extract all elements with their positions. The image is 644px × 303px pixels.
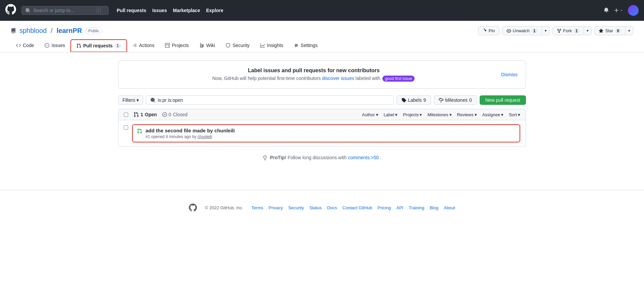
tab-settings-label: Settings — [301, 43, 318, 48]
open-label: Open — [145, 112, 157, 117]
pr-opened-text: opened 4 minutes ago — [151, 134, 191, 139]
milestones-icon — [439, 98, 443, 102]
pr-search-box[interactable] — [146, 95, 394, 105]
protip-prefix: ProTip! — [270, 155, 286, 160]
milestones-button[interactable]: Milestones 0 — [434, 95, 477, 105]
search-box[interactable]: / — [21, 6, 109, 15]
label-sort[interactable]: Label ▾ — [384, 112, 398, 117]
repo-visibility-badge: Public — [85, 28, 102, 34]
protip-link[interactable]: comments:>50 — [348, 155, 379, 160]
notifications-icon[interactable] — [604, 7, 609, 14]
tab-code[interactable]: Code — [11, 39, 39, 52]
pr-title-link[interactable]: add the second file made by chunleili — [146, 128, 235, 133]
repo-tabs: Code Issues Pull requests 1 Actions Proj… — [11, 39, 633, 52]
closed-count[interactable]: 0 Closed — [162, 112, 187, 117]
select-all-checkbox[interactable] — [124, 113, 128, 117]
top-nav: / Pull requests Issues Marketplace Explo… — [0, 0, 644, 21]
security-icon — [226, 43, 230, 48]
pr-search-input[interactable] — [158, 97, 389, 103]
filters-button[interactable]: Filters ▾ — [118, 95, 143, 105]
footer-pricing[interactable]: Pricing — [378, 205, 391, 210]
repo-separator: / — [51, 27, 53, 35]
tab-code-label: Code — [23, 43, 34, 48]
wiki-icon — [200, 43, 204, 48]
tab-wiki[interactable]: Wiki — [194, 39, 220, 52]
pr-author-link[interactable]: chunleili — [198, 134, 212, 139]
tab-pull-requests[interactable]: Pull requests 1 — [70, 39, 127, 52]
tab-actions-label: Actions — [139, 43, 155, 48]
filter-bar: Filters ▾ Labels 9 Milestones 0 New pull… — [118, 95, 526, 105]
user-avatar[interactable] — [628, 5, 639, 16]
main-content: Label issues and pull requests for new c… — [107, 52, 537, 176]
projects-label: Projects — [403, 112, 419, 117]
footer-security[interactable]: Security — [288, 205, 304, 210]
nav-explore[interactable]: Explore — [206, 8, 223, 13]
projects-sort[interactable]: Projects ▾ — [403, 112, 422, 117]
star-button: Star 0 ▾ — [594, 26, 633, 35]
dismiss-button[interactable]: Dismiss — [501, 72, 518, 77]
top-nav-right — [604, 5, 639, 16]
footer-privacy[interactable]: Privacy — [269, 205, 283, 210]
tab-pr-count: 1 — [115, 43, 121, 48]
labels-icon — [401, 98, 406, 102]
plus-icon[interactable] — [614, 8, 623, 13]
labels-button[interactable]: Labels 9 — [396, 95, 431, 105]
sort-label: Sort — [509, 112, 517, 117]
tab-insights-label: Insights — [267, 43, 283, 48]
sort-button[interactable]: Sort ▾ — [509, 112, 520, 117]
pr-search-icon — [150, 97, 156, 103]
footer-contact-github[interactable]: Contact GitHub — [342, 205, 372, 210]
tab-security-label: Security — [232, 43, 250, 48]
open-count: 1 Open — [133, 112, 157, 117]
protip-follow-text: Follow long discussions with — [287, 155, 346, 160]
tab-projects[interactable]: Projects — [160, 39, 194, 52]
tab-issues[interactable]: Issues — [39, 39, 70, 52]
filters-chevron-icon: ▾ — [137, 97, 139, 103]
pr-checkbox[interactable] — [124, 125, 128, 130]
lightbulb-icon — [263, 156, 267, 160]
tab-insights[interactable]: Insights — [255, 39, 288, 52]
search-input[interactable] — [33, 8, 94, 13]
pr-list-header: 1 Open 0 Closed Author ▾ Label ▾ Project… — [118, 109, 526, 120]
pr-meta: #1 opened 4 minutes ago by chunleili — [146, 134, 516, 139]
footer-api[interactable]: API — [396, 205, 403, 210]
footer-training[interactable]: Training — [409, 205, 424, 210]
repo-owner-link[interactable]: sphblood — [19, 27, 47, 35]
repo-header: sphblood / learnPR Public Pin Unwatch 1 … — [0, 21, 644, 52]
tab-settings[interactable]: Settings — [288, 39, 323, 52]
open-count-number: 1 — [141, 112, 143, 117]
tab-actions[interactable]: Actions — [127, 39, 160, 52]
footer-status[interactable]: Status — [309, 205, 322, 210]
footer: © 2022 GitHub, Inc. Terms Privacy Securi… — [0, 190, 644, 225]
new-pull-request-button[interactable]: New pull request — [480, 95, 526, 105]
milestones-sort[interactable]: Milestones ▾ — [427, 112, 451, 117]
tab-projects-label: Projects — [172, 43, 189, 48]
footer-docs[interactable]: Docs — [327, 205, 337, 210]
fork-label: Fork — [563, 28, 572, 33]
discover-issues-link[interactable]: discover issues — [322, 76, 354, 81]
promo-middle-text: labeled with — [356, 76, 382, 81]
pr-number: #1 — [146, 134, 150, 139]
tab-wiki-label: Wiki — [206, 43, 215, 48]
nav-pull-requests[interactable]: Pull requests — [117, 8, 146, 13]
unwatch-label: Unwatch — [513, 28, 530, 33]
author-sort[interactable]: Author ▾ — [362, 112, 378, 117]
assignee-sort[interactable]: Assignee ▾ — [482, 112, 503, 117]
github-logo-icon[interactable] — [5, 4, 16, 17]
fork-button: Fork 1 ▾ — [552, 26, 592, 35]
reviews-sort[interactable]: Reviews ▾ — [457, 112, 477, 117]
milestones-label: Milestones — [445, 97, 468, 103]
footer-terms[interactable]: Terms — [251, 205, 263, 210]
pr-list-container: 1 Open 0 Closed Author ▾ Label ▾ Project… — [118, 109, 526, 147]
code-icon — [16, 43, 21, 48]
good-first-issue-badge: good first issue — [382, 76, 415, 82]
repo-name-link[interactable]: learnPR — [57, 27, 82, 35]
tab-security[interactable]: Security — [220, 39, 255, 52]
repo-actions: Pin Unwatch 1 ▾ Fork 1 ▾ — [478, 26, 633, 35]
pin-button[interactable]: Pin — [478, 26, 499, 35]
top-nav-links: Pull requests Issues Marketplace Explore — [117, 8, 223, 13]
nav-marketplace[interactable]: Marketplace — [173, 8, 200, 13]
nav-issues[interactable]: Issues — [152, 8, 167, 13]
footer-about[interactable]: About — [444, 205, 455, 210]
footer-blog[interactable]: Blog — [430, 205, 438, 210]
